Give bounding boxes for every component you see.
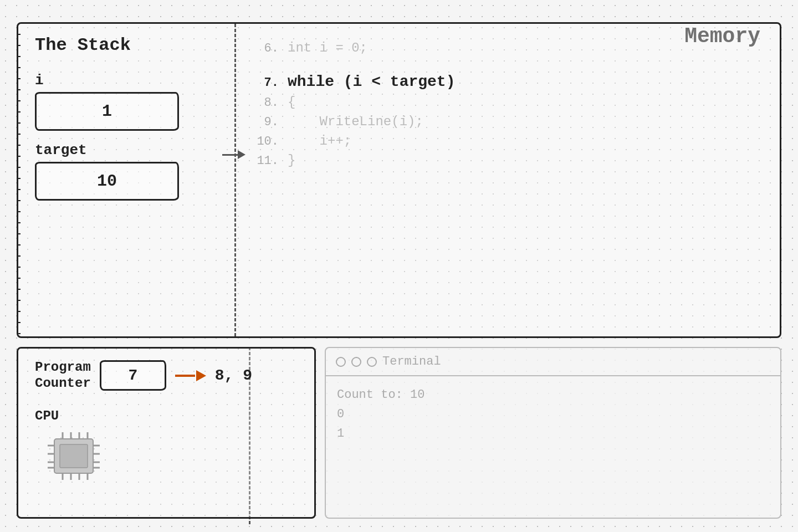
var-i-value: 1 xyxy=(35,92,179,131)
cpu-panel: Program Counter 7 8, 9 CPU xyxy=(17,347,316,519)
main-layout: The Stack i 1 target 10 xyxy=(17,22,781,519)
line-code-10: i++; xyxy=(288,134,351,149)
code-panel: 6. int i = 0; 7. while (i < target) 8. {… xyxy=(234,24,780,336)
variable-target-section: target 10 xyxy=(35,142,218,201)
bottom-section: Program Counter 7 8, 9 CPU xyxy=(17,347,781,519)
terminal-dot-2 xyxy=(351,357,361,367)
pc-label-line1: Program xyxy=(35,360,91,375)
terminal-line-2: 1 xyxy=(337,424,769,443)
terminal-header: Terminal xyxy=(326,348,780,376)
terminal-line-0: Count to: 10 xyxy=(337,385,769,405)
line-code-11: } xyxy=(288,153,295,168)
pc-label-line2: Counter xyxy=(35,376,91,391)
code-line-6: 6. int i = 0; xyxy=(257,40,758,55)
code-line-9: 9. WriteLine(i); xyxy=(257,114,758,129)
line-num-9: 9. xyxy=(257,115,279,129)
cpu-label: CPU xyxy=(35,408,298,423)
pc-next-value: 8, 9 xyxy=(215,367,252,384)
terminal-panel: Terminal Count to: 10 0 1 xyxy=(325,347,781,519)
var-target-label: target xyxy=(35,142,218,158)
svg-rect-1 xyxy=(60,444,88,468)
line-num-10: 10. xyxy=(257,135,279,149)
line-num-8: 8. xyxy=(257,96,279,110)
pc-label: Program Counter xyxy=(35,360,91,392)
line-code-6: int i = 0; xyxy=(288,40,367,55)
terminal-body: Count to: 10 0 1 xyxy=(326,376,780,453)
line-code-9: WriteLine(i); xyxy=(288,114,423,129)
code-line-11: 11. } xyxy=(257,153,758,168)
code-spacer-1 xyxy=(257,60,758,73)
variable-i-section: i 1 xyxy=(35,72,218,131)
terminal-dot-3 xyxy=(367,357,377,367)
terminal-dot-1 xyxy=(336,357,346,367)
pc-value: 7 xyxy=(100,360,166,391)
line-num-11: 11. xyxy=(257,154,279,168)
pc-arrow-line xyxy=(175,375,195,377)
var-i-label: i xyxy=(35,72,218,89)
line-num-6: 6. xyxy=(257,42,279,55)
stack-panel: The Stack i 1 target 10 xyxy=(18,24,234,336)
pc-arrow-head xyxy=(196,370,206,381)
top-section: The Stack i 1 target 10 xyxy=(17,22,781,338)
terminal-line-1: 0 xyxy=(337,405,769,424)
program-counter-section: Program Counter 7 8, 9 xyxy=(35,360,298,392)
line-num-7: 7. xyxy=(257,76,279,90)
code-line-8: 8. { xyxy=(257,95,758,110)
line-code-7: while (i < target) xyxy=(288,73,455,90)
code-line-10: 10. i++; xyxy=(257,134,758,149)
line-code-8: { xyxy=(288,95,295,110)
terminal-title: Terminal xyxy=(382,355,441,369)
var-target-value: 10 xyxy=(35,162,179,201)
code-line-7: 7. while (i < target) xyxy=(257,73,758,90)
pc-arrow xyxy=(175,370,206,381)
stack-title: The Stack xyxy=(35,35,218,55)
cpu-chip-icon xyxy=(40,429,107,490)
content-wrapper: Memory The Stack i 1 target 10 xyxy=(0,0,798,532)
